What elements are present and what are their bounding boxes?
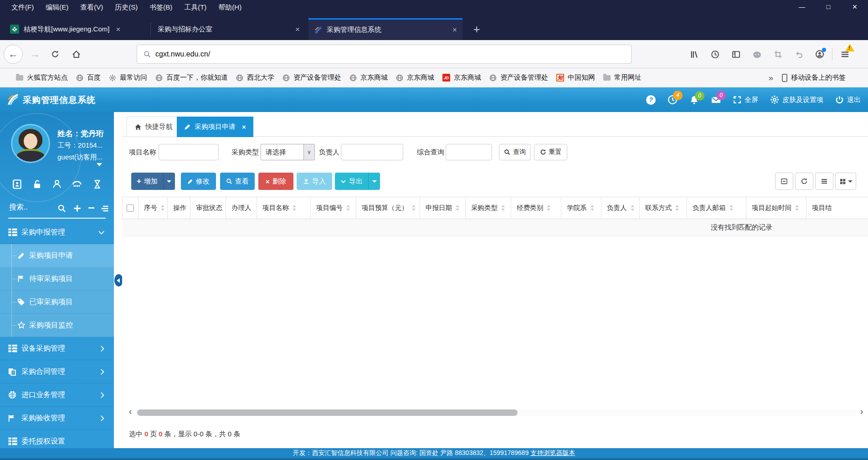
undo-icon[interactable] <box>788 45 809 64</box>
tab-quick-nav[interactable]: 快捷导航 <box>127 117 180 137</box>
hourglass-icon[interactable] <box>92 179 102 189</box>
export-button[interactable]: 导出 <box>335 173 368 190</box>
scroll-left-icon[interactable]: ‹ <box>126 406 135 417</box>
menu-bookmarks[interactable]: 书签(B) <box>144 0 178 15</box>
bookmark-item[interactable]: 知中国知网 <box>552 73 599 82</box>
refresh-button[interactable] <box>795 173 813 190</box>
window-minimize-button[interactable]: — <box>789 0 815 15</box>
logout-button[interactable]: 退出 <box>835 96 861 104</box>
phone-icon[interactable] <box>72 179 82 189</box>
screenshot-icon[interactable] <box>767 45 788 64</box>
history-button[interactable]: 4 <box>668 95 678 105</box>
bookmark-item[interactable]: 资产设备管理处 <box>485 73 552 82</box>
tab-purchase-apply-active[interactable]: 采购项目申请 × <box>177 117 253 137</box>
sort-icon[interactable] <box>675 205 679 211</box>
sort-icon[interactable] <box>346 205 350 211</box>
bookmarks-overflow-chevron[interactable]: » <box>764 73 778 83</box>
columns-button[interactable] <box>815 173 833 190</box>
import-button[interactable]: 导入 <box>297 173 332 190</box>
help-button[interactable]: ? <box>646 95 656 105</box>
sort-icon[interactable] <box>591 205 594 211</box>
user-caret-icon[interactable] <box>97 163 102 166</box>
sidebar-toggle-icon[interactable] <box>725 45 746 64</box>
reset-button[interactable]: 重置 <box>534 144 567 160</box>
library-icon[interactable] <box>683 45 704 64</box>
forward-button[interactable]: → <box>26 45 45 64</box>
bookmark-item[interactable]: 西北大学 <box>232 73 278 82</box>
column-header[interactable]: 采购类型 <box>466 197 511 219</box>
column-header[interactable]: 申报日期 <box>420 197 466 219</box>
sidebar-item-shebeicaigou[interactable]: 设备采购管理 <box>0 337 114 360</box>
settings-button[interactable]: 皮肤及设置项 <box>770 95 823 104</box>
column-header[interactable]: 项目起始时间 <box>746 197 806 219</box>
sort-icon[interactable] <box>293 205 296 211</box>
window-close-button[interactable]: × <box>842 0 868 15</box>
fullscreen-button[interactable]: 全屏 <box>733 96 758 104</box>
sidebar-item-xiangmushenqing[interactable]: 采购项目申请 <box>0 244 114 267</box>
sidebar-item-daishen[interactable]: 待审采购项目 <box>0 267 114 291</box>
tab-close-icon[interactable]: × <box>452 26 457 34</box>
purchase-type-select[interactable]: 请选择 ∨ <box>261 144 315 160</box>
column-header[interactable]: 项目编号 <box>311 197 356 219</box>
reload-button[interactable] <box>46 45 65 64</box>
url-input[interactable] <box>155 50 625 58</box>
sidebar-item-jinkouyewu[interactable]: 进口业务管理 <box>0 383 114 407</box>
column-header[interactable]: 序号 <box>139 197 168 219</box>
sidebar-search-input[interactable] <box>9 203 53 211</box>
sort-icon[interactable] <box>795 205 799 211</box>
bookmark-item[interactable]: JD京东商城 <box>438 73 485 82</box>
column-header[interactable]: 联系方式 <box>640 197 687 219</box>
add-dropdown-button[interactable] <box>163 173 175 190</box>
menu-view[interactable]: 查看(V) <box>74 0 109 15</box>
manager-input[interactable] <box>341 144 403 160</box>
column-header[interactable]: 学院系 <box>561 197 601 219</box>
paging-toggle-button[interactable] <box>775 173 793 190</box>
tab-close-icon[interactable]: × <box>116 26 120 33</box>
expand-all-icon[interactable] <box>73 204 82 213</box>
browser-tab-jiegeng[interactable]: 桔梗导航[www.jiegeng.Com] × <box>5 18 147 40</box>
view-button[interactable]: 查看 <box>220 173 255 190</box>
mail-button[interactable]: 0 <box>711 95 721 105</box>
menu-help[interactable]: 帮助(H) <box>212 0 247 15</box>
hamburger-menu-icon[interactable]: ! <box>834 45 855 64</box>
sidebar-item-weituoshouquan[interactable]: 委托授权设置 <box>0 430 114 448</box>
sort-icon[interactable] <box>412 205 416 211</box>
delete-button[interactable]: × 删除 <box>258 173 293 190</box>
bookmark-item[interactable]: 资产设备管理处 <box>278 73 345 82</box>
sort-icon[interactable] <box>729 205 733 211</box>
column-header[interactable]: 经费类别 <box>511 197 561 219</box>
address-book-icon[interactable] <box>12 179 22 189</box>
user-icon[interactable] <box>52 179 62 189</box>
menu-history[interactable]: 历史(S) <box>109 0 144 15</box>
query-button[interactable]: 查询 <box>499 144 531 160</box>
sidebar-item-caigoushenbao[interactable]: 采购申报管理 <box>0 221 114 244</box>
back-button[interactable]: ← <box>4 45 23 64</box>
window-maximize-button[interactable]: □ <box>815 0 842 15</box>
menu-list-icon[interactable] <box>100 204 109 213</box>
home-button[interactable] <box>67 45 86 64</box>
sort-icon[interactable] <box>631 205 634 211</box>
edit-button[interactable]: 修改 <box>181 173 216 190</box>
url-bar[interactable] <box>137 45 632 64</box>
grid-view-button[interactable] <box>835 173 856 190</box>
column-header[interactable]: 负责人邮箱 <box>687 197 746 219</box>
notifications-button[interactable]: 0 <box>689 95 699 105</box>
scroll-right-icon[interactable]: › <box>857 406 866 417</box>
bookmark-item[interactable]: 常用网址 <box>599 73 646 82</box>
sidebar-item-hetongguanli[interactable]: 采购合同管理 <box>0 360 114 383</box>
browser-support-link[interactable]: 支持浏览器版本 <box>530 449 575 457</box>
bookmark-item[interactable]: 百度一下，你就知道 <box>151 73 232 82</box>
menu-edit[interactable]: 编辑(E) <box>40 0 74 15</box>
tab-close-icon[interactable]: × <box>295 26 300 33</box>
browser-tab-zhaobiao[interactable]: 采购与招标办公室 × <box>152 18 305 40</box>
sort-icon[interactable] <box>501 205 505 211</box>
unlock-icon[interactable] <box>32 179 42 189</box>
chat-icon[interactable] <box>746 45 767 64</box>
export-dropdown-button[interactable] <box>368 173 380 190</box>
sort-icon[interactable] <box>161 205 164 211</box>
select-all-checkbox[interactable] <box>127 204 134 212</box>
search-icon[interactable] <box>57 204 66 213</box>
bookmark-item[interactable]: 京东商城 <box>392 73 438 82</box>
bookmark-item-mobile[interactable]: 移动设备上的书签 <box>778 73 850 82</box>
collapse-all-icon[interactable] <box>87 204 95 212</box>
